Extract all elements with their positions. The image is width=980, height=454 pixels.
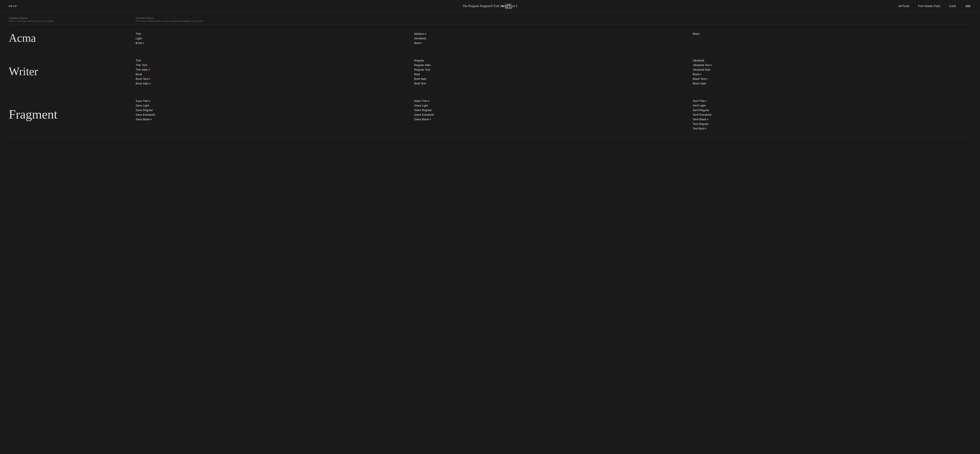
style-label: Black Italic (693, 82, 706, 85)
exclusive-dot-icon (711, 65, 712, 66)
style-item: Glare Black (414, 117, 692, 121)
font-fragment-col1: Sans ThinSans LightSans RegularSans Extr… (135, 98, 414, 121)
style-item: Thin (135, 32, 414, 35)
style-label: Sans Black (135, 117, 150, 121)
exclusive-dot-icon (428, 100, 430, 102)
style-label: Text Regular (693, 122, 709, 125)
menu-button[interactable] (965, 5, 971, 8)
style-label: Glare Regular (414, 108, 432, 112)
style-item: Regular Text (414, 68, 692, 71)
styles-header-sub: The styles marked with a ● are exclusive… (135, 20, 971, 22)
style-label: Glare Thin (414, 99, 427, 103)
style-label: Serif Black (693, 117, 706, 121)
style-label: Sans Thin (135, 99, 148, 103)
font-name-fragment[interactable]: Fragment (9, 108, 135, 121)
style-item: Thin Italic (135, 68, 414, 71)
font-fragment-col3: Serif ThinSerif LightSerif RegularSerif … (693, 98, 971, 130)
style-label: Sans Light (135, 104, 149, 107)
font-acma-col3: Black (693, 31, 971, 35)
header: PP●F The Pangram Pangram® Font Starter P… (0, 0, 980, 12)
style-label: Thin Italic (135, 68, 148, 71)
style-label: Ultrabold Text (693, 63, 710, 67)
style-label: Semibold (414, 37, 426, 40)
font-writer-col1: ThinThin TextThin ItalicBookBook TextBoo… (135, 58, 414, 85)
font-name-acma[interactable]: Acma (9, 32, 135, 44)
style-label: Medium (414, 32, 424, 35)
typeface-names-header: Typeface Names Click on the type name to… (9, 17, 135, 22)
style-item: Black (693, 73, 971, 76)
style-label: Ultrabold (693, 59, 704, 62)
style-item: Glare Extrabold (414, 113, 692, 116)
light-mode-toggle[interactable]: Light Mode (502, 3, 513, 10)
font-writer-col3: UltraboldUltrabold TextUltrabold ItalicB… (693, 58, 971, 85)
style-label: Black (693, 32, 700, 35)
style-label: Glare Black (414, 117, 429, 121)
style-item: Bold (414, 73, 692, 76)
exclusive-dot-icon (148, 69, 150, 70)
exclusive-dot-icon (707, 119, 708, 120)
exclusive-dot-icon (706, 78, 708, 79)
font-acma-col2: MediumSemiboldBold (414, 31, 692, 44)
style-item: Text Bold (693, 127, 971, 130)
styles-header: Included Styles The styles marked with a… (135, 17, 971, 22)
style-label: Book (135, 41, 142, 44)
exclusive-dot-icon (430, 119, 431, 120)
cart-button[interactable]: Cart0 (949, 5, 956, 8)
menu-line-1 (966, 5, 970, 6)
style-label: Serif Thin (693, 99, 705, 103)
style-item: Sans Extrabold (135, 113, 414, 116)
exclusive-dot-icon (151, 119, 152, 120)
style-item: Regular (414, 59, 692, 62)
style-item: Black Text (693, 77, 971, 81)
style-item: Bold Italic (414, 77, 692, 81)
exclusive-dot-icon (150, 83, 151, 84)
font-fragment-col2: Glare ThinGlare LightGlare RegularGlare … (414, 98, 692, 121)
exclusive-dot-icon (149, 100, 150, 102)
cart-label: Cart (949, 5, 955, 8)
style-label: Sans Extrabold (135, 113, 155, 116)
style-item: Thin Text (135, 63, 414, 67)
style-item: Serif Black (693, 117, 971, 121)
cart-count: 0 (955, 5, 956, 8)
style-item: Book Text (135, 77, 414, 81)
style-item: Medium (414, 32, 692, 35)
style-label: Regular Text (414, 68, 430, 71)
style-label: Light (135, 37, 142, 40)
style-item: Ultrabold (693, 59, 971, 62)
menu-line-2 (966, 6, 970, 7)
style-label: Text Bold (693, 127, 704, 130)
typeface-header-label: Typeface Names (9, 17, 135, 19)
style-label: Black Text (693, 77, 706, 81)
style-label: Book Italic (135, 82, 149, 85)
exclusive-dot-icon (149, 78, 150, 79)
font-writer-col2: RegularRegular ItalicRegular TextBoldBol… (414, 58, 692, 85)
style-item: Text Regular (693, 122, 971, 125)
style-item: Book Italic (135, 82, 414, 85)
style-label: Black (693, 73, 700, 76)
logo[interactable]: PP●F (9, 4, 17, 8)
style-label: Glare Extrabold (414, 113, 434, 116)
style-item: Serif Light (693, 104, 971, 107)
style-label: Thin Text (135, 63, 147, 67)
style-item: Sans Regular (135, 108, 414, 112)
font-starter-pack-link[interactable]: Font Starter Pack (918, 5, 940, 8)
style-item: Serif Regular (693, 108, 971, 112)
style-item: Thin (135, 59, 414, 62)
style-item: Glare Light (414, 104, 692, 107)
style-item: Black (693, 32, 971, 35)
font-row: FragmentSans ThinSans LightSans RegularS… (9, 92, 971, 137)
all-fonts-link[interactable]: All Fonts (898, 5, 909, 8)
style-item: Sans Light (135, 104, 414, 107)
style-label: Thin (135, 32, 141, 35)
font-name-writer[interactable]: Writer (9, 66, 135, 77)
style-item: Serif Extrabold (693, 113, 971, 116)
style-item: Bold (414, 41, 692, 44)
mode-label: Light Mode (505, 3, 513, 10)
main-content: Typeface Names Click on the type name to… (0, 12, 980, 137)
style-item: Light (135, 37, 414, 40)
style-item: Black Italic (693, 82, 971, 85)
style-item: Glare Thin (414, 99, 692, 103)
styles-header-label: Included Styles (135, 17, 971, 19)
style-item: Glare Regular (414, 108, 692, 112)
exclusive-dot-icon (700, 74, 702, 75)
